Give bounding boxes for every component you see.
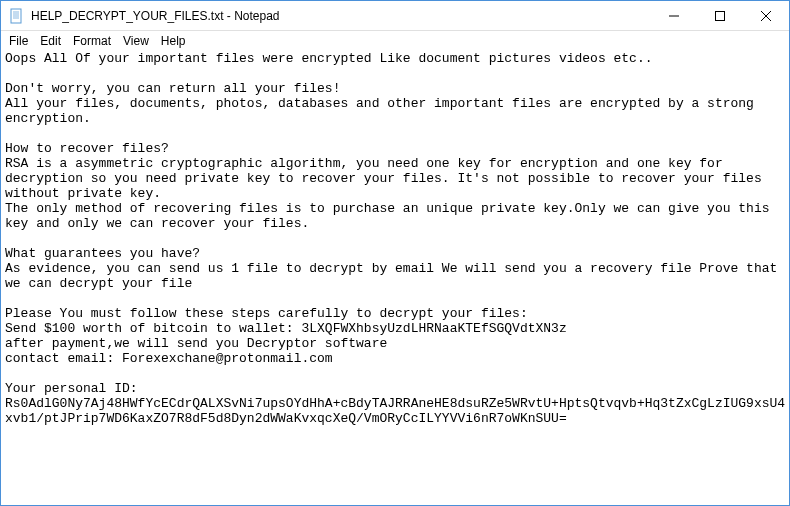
minimize-button[interactable] [651, 1, 697, 30]
notepad-icon [9, 8, 25, 24]
window-controls [651, 1, 789, 30]
close-button[interactable] [743, 1, 789, 30]
menu-format[interactable]: Format [67, 33, 117, 49]
text-area[interactable]: Oops All Of your important files were en… [1, 51, 789, 505]
menu-edit[interactable]: Edit [34, 33, 67, 49]
maximize-button[interactable] [697, 1, 743, 30]
svg-rect-6 [716, 11, 725, 20]
window-title: HELP_DECRYPT_YOUR_FILES.txt - Notepad [31, 9, 651, 23]
menu-view[interactable]: View [117, 33, 155, 49]
menubar: File Edit Format View Help [1, 31, 789, 51]
titlebar: HELP_DECRYPT_YOUR_FILES.txt - Notepad [1, 1, 789, 31]
menu-file[interactable]: File [3, 33, 34, 49]
menu-help[interactable]: Help [155, 33, 192, 49]
